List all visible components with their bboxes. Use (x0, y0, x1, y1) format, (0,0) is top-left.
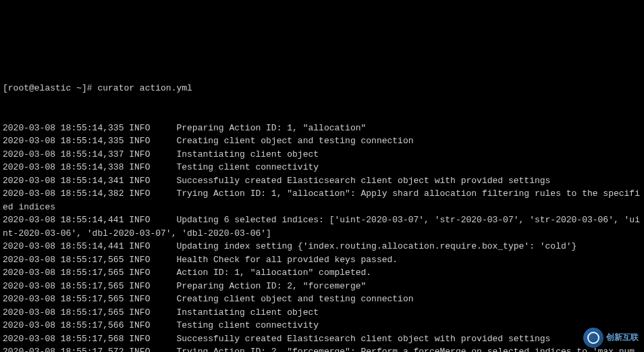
log-line: 2020-03-08 18:55:14,335 INFO Preparing A… (3, 122, 641, 135)
log-line: 2020-03-08 18:55:17,565 INFO Action ID: … (3, 266, 641, 280)
log-line: 2020-03-08 18:55:17,565 INFO Health Chec… (3, 253, 641, 267)
watermark-logo-icon (583, 328, 603, 348)
watermark-text: 创新互联 (606, 332, 639, 344)
prompt-line: [root@elastic ~]# curator action.yml (3, 82, 641, 95)
log-line: 2020-03-08 18:55:17,565 INFO Instantiati… (3, 306, 641, 320)
log-line: 2020-03-08 18:55:14,341 INFO Successfull… (3, 174, 641, 188)
log-line: 2020-03-08 18:55:14,382 INFO Trying Acti… (3, 187, 641, 213)
log-line: 2020-03-08 18:55:14,338 INFO Testing cli… (3, 161, 641, 174)
log-line: 2020-03-08 18:55:14,335 INFO Creating cl… (3, 134, 641, 148)
log-line: 2020-03-08 18:55:14,441 INFO Updating in… (3, 240, 641, 253)
log-line: 2020-03-08 18:55:14,337 INFO Instantiati… (3, 148, 641, 161)
log-line: 2020-03-08 18:55:17,568 INFO Successfull… (3, 332, 641, 346)
watermark: 创新互联 (583, 328, 639, 348)
log-line: 2020-03-08 18:55:17,572 INFO Trying Acti… (3, 345, 641, 352)
log-line: 2020-03-08 18:55:17,565 INFO Preparing A… (3, 280, 641, 293)
log-line: 2020-03-08 18:55:17,566 INFO Testing cli… (3, 319, 641, 332)
log-line: 2020-03-08 18:55:14,441 INFO Updating 6 … (3, 213, 641, 240)
terminal-output[interactable]: [root@elastic ~]# curator action.yml 202… (3, 55, 641, 352)
log-line: 2020-03-08 18:55:17,565 INFO Creating cl… (3, 293, 641, 306)
